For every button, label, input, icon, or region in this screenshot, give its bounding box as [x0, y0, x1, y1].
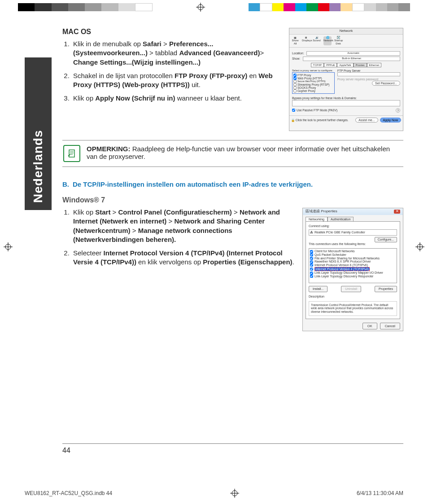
- cancel-button[interactable]: Cancel: [380, 323, 400, 329]
- gopher-proxy-checkbox[interactable]: [293, 89, 297, 92]
- color-bar: [249, 3, 410, 11]
- win-step-1: Klik op Start > Control Panel (Configura…: [71, 208, 294, 244]
- location-label: Location:: [292, 52, 304, 55]
- item-check[interactable]: [310, 272, 313, 275]
- bypass-label: Bypass proxy settings for these Hosts & …: [292, 96, 400, 100]
- desc-label: Description: [309, 295, 397, 298]
- svg-rect-9: [69, 150, 74, 157]
- pwd-req-label: Proxy server requires password: [337, 78, 400, 81]
- item-check[interactable]: [310, 267, 313, 271]
- lock-icon[interactable]: 🔒: [291, 118, 295, 122]
- tab-ethernet[interactable]: Ethernet: [367, 63, 382, 68]
- adapter-icon: 🖧: [310, 231, 313, 234]
- item-check[interactable]: [310, 253, 313, 256]
- section-b-title: De TCP/IP-instellingen instellen om auto…: [73, 180, 313, 188]
- tcpip4-item[interactable]: Internet Protocol Version 4 (TCP/IPv4): [314, 267, 370, 272]
- protocol-list[interactable]: Client for Microsoft Networks QoS Packet…: [309, 248, 397, 283]
- network-icon: 🌐Network: [323, 36, 332, 45]
- bypass-textarea[interactable]: [292, 100, 400, 106]
- install-button[interactable]: Install...: [309, 286, 328, 292]
- sound-icon: 🔊Sound: [313, 36, 321, 45]
- secure-proxy-checkbox[interactable]: [293, 80, 297, 83]
- item-check[interactable]: [310, 263, 313, 267]
- ftp-proxy-server-label: FTP Proxy Server: [337, 69, 400, 72]
- registration-mark-icon: [230, 489, 239, 498]
- web-proxy-checkbox[interactable]: [293, 77, 297, 80]
- show-label: Show:: [292, 57, 300, 60]
- help-icon[interactable]: ?: [396, 108, 400, 113]
- displays-icon: 🖥Displays: [302, 36, 310, 45]
- macos-network-screenshot: Network ▦Show All 🖥Displays 🔊Sound 🌐Netw…: [289, 28, 403, 131]
- win7-steps: Klik op Start > Control Panel (Configura…: [62, 208, 294, 267]
- close-icon[interactable]: ✕: [394, 210, 400, 214]
- startup-disk-icon: 💽Startup Disk: [334, 36, 342, 45]
- macos-steps: Klik in de menubalk op Safari > Preferen…: [62, 39, 281, 103]
- assist-button[interactable]: Assist me...: [355, 118, 378, 123]
- page-number: 44: [62, 443, 403, 455]
- language-tab: Nederlands: [25, 57, 52, 210]
- adapter-field: 🖧 Realtek PCIe GBE Family Controller: [309, 229, 397, 236]
- tab-pppoe[interactable]: PPPoE: [324, 63, 337, 68]
- pasv-label: Use Passive FTP Mode (PASV): [297, 109, 337, 112]
- window-title: Network: [289, 28, 403, 35]
- select-proxy-label: Select a proxy server to configure:: [292, 69, 335, 72]
- print-header: [0, 0, 428, 14]
- note-icon: [63, 145, 80, 162]
- configure-button[interactable]: Configure...: [375, 237, 397, 242]
- lock-label: Click the lock to prevent further change…: [296, 118, 349, 122]
- footer-file: WEU8162_RT-AC52U_QSG.indb 44: [25, 490, 112, 496]
- connect-using-label: Connect using:: [309, 224, 397, 228]
- win-window-title: 區域連線 Properties: [306, 210, 337, 214]
- macos-heading: MAC OS: [62, 28, 281, 36]
- registration-mark-icon: [196, 3, 205, 12]
- grayscale-bar: [18, 3, 153, 11]
- tab-tcpip[interactable]: TCP/IP: [311, 63, 324, 68]
- socks-proxy-checkbox[interactable]: [293, 86, 297, 89]
- proxy-protocol-list[interactable]: FTP Proxy Web Proxy (HTTP) Secure Web Pr…: [292, 72, 335, 94]
- section-b-prefix: B.: [62, 180, 69, 188]
- print-footer: WEU8162_RT-AC52U_QSG.indb 44 6/4/13 11:3…: [25, 489, 403, 498]
- tab-proxies[interactable]: Proxies: [354, 63, 367, 68]
- pasv-checkbox[interactable]: [292, 109, 295, 112]
- note-box: OPMERKING: Raadpleeg de Help-functie van…: [62, 140, 403, 167]
- uninstall-button[interactable]: Uninstall: [341, 286, 361, 292]
- streaming-proxy-checkbox[interactable]: [293, 83, 297, 86]
- step-3: Klik op Apply Now (Schrijf nu in) wannee…: [71, 94, 281, 103]
- mac-tabs: TCP/IP PPPoE AppleTalk Proxies Ethernet: [292, 63, 400, 68]
- uses-label: This connection uses the following items…: [309, 242, 397, 246]
- step-2: Schakel in de lijst van protocollen FTP …: [71, 71, 281, 90]
- tab-authentication[interactable]: Authentication: [328, 217, 354, 222]
- ftp-proxy-input[interactable]: [337, 72, 400, 76]
- tab-networking[interactable]: Networking: [306, 217, 328, 222]
- tab-appletalk[interactable]: AppleTalk: [337, 63, 353, 68]
- page-content: Nederlands MAC OS Klik in de menubalk op…: [0, 14, 428, 455]
- ok-button[interactable]: OK: [362, 323, 377, 329]
- ftp-proxy-checkbox[interactable]: [293, 74, 297, 77]
- windows7-heading: Windows® 7: [62, 196, 403, 204]
- note-text: OPMERKING: Raadpleeg de Help-functie van…: [87, 145, 402, 160]
- windows-properties-screenshot: 區域連線 Properties ✕ Networking Authenticat…: [302, 208, 403, 331]
- show-select[interactable]: Built-in Ethernet: [303, 57, 400, 61]
- set-password-button[interactable]: Set Password...: [372, 81, 400, 86]
- item-check[interactable]: [310, 275, 313, 278]
- footer-date: 6/4/13 11:30:04 AM: [357, 490, 403, 496]
- section-b: B. De TCP/IP-instellingen instellen om a…: [62, 180, 403, 331]
- win-step-2: Selecteer Internet Protocol Version 4 (T…: [71, 249, 294, 267]
- apply-now-button[interactable]: Apply Now: [380, 118, 401, 123]
- item-check[interactable]: [310, 257, 313, 260]
- mac-toolbar: ▦Show All 🖥Displays 🔊Sound 🌐Network 💽Sta…: [289, 35, 403, 48]
- item-check[interactable]: [310, 250, 313, 253]
- item-check[interactable]: [310, 260, 313, 263]
- properties-button[interactable]: Properties: [375, 286, 397, 292]
- location-select[interactable]: Automatic: [306, 51, 400, 56]
- show-all-icon: ▦Show All: [291, 36, 299, 45]
- desc-text: Transmission Control Protocol/Internet P…: [309, 301, 397, 316]
- step-1: Klik in de menubalk op Safari > Preferen…: [71, 39, 281, 67]
